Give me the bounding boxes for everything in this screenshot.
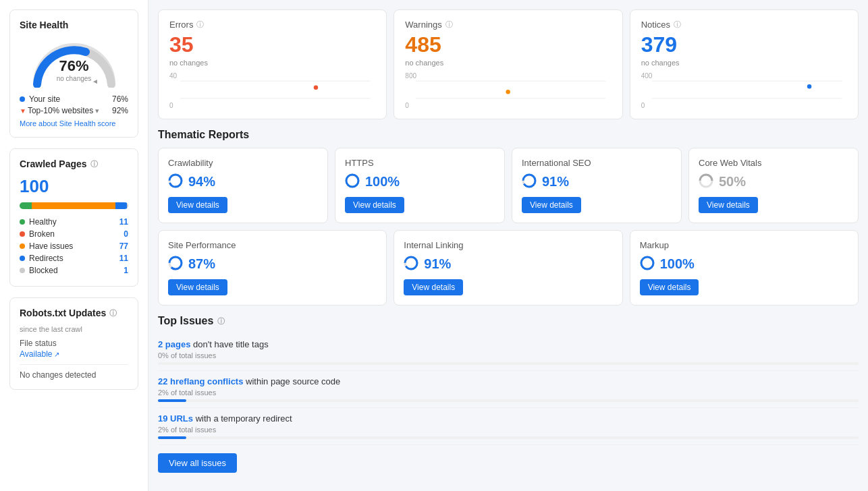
report-pct-value: 100%: [365, 174, 400, 190]
chart-max-label: 400: [641, 72, 653, 80]
bar-healthy: [20, 202, 32, 209]
robots-info-icon[interactable]: ⓘ: [109, 308, 117, 318]
robots-since: since the last crawl: [20, 325, 128, 333]
report-pct-value: 100%: [660, 256, 695, 272]
status-row: Redirects 11: [20, 252, 128, 264]
top-issues-info-icon[interactable]: ⓘ: [217, 316, 225, 326]
issue-row: 22 hreflang conflicts within page source…: [158, 371, 859, 408]
report-pct-row: 50%: [699, 173, 848, 190]
robots-available-link[interactable]: Available ↗: [20, 349, 128, 359]
issue-bar-container: [158, 362, 859, 365]
svg-point-17: [405, 257, 417, 269]
report-pct-row: 87%: [168, 256, 377, 272]
stat-info-icon[interactable]: ⓘ: [674, 20, 681, 30]
more-about-link[interactable]: More about Site Health score: [20, 119, 128, 127]
issue-text: 2 pages don't have title tags: [158, 339, 859, 349]
donut-svg: [168, 256, 183, 270]
stat-value: 379: [641, 32, 847, 57]
gauge-percent: 76%: [57, 57, 92, 75]
svg-point-9: [346, 175, 358, 187]
report-card-site-performance: Site Performance 87% View details: [158, 230, 387, 306]
stat-label: Errors: [169, 20, 193, 30]
chart-min-label: 0: [641, 102, 645, 109]
status-label-text: Redirects: [29, 254, 63, 263]
stat-card-warnings: Warnings ⓘ 485 no changes 800 0: [394, 9, 622, 119]
mini-chart: 400 0: [641, 72, 847, 109]
report-card-core-web-vitals: Core Web Vitals 50% View details: [688, 148, 859, 223]
stat-header: Notices ⓘ: [641, 20, 847, 30]
view-all-issues-button[interactable]: View all issues: [158, 453, 237, 473]
robots-file-status-label: File status: [20, 339, 128, 348]
issue-pct: 2% of total issues: [158, 426, 859, 434]
issue-link[interactable]: 2 pages: [158, 339, 190, 349]
thematic-reports-section: Thematic Reports Crawlability 94% View d…: [158, 129, 859, 306]
status-dot: [20, 243, 25, 249]
report-card-internal-linking: Internal Linking 91% View details: [394, 230, 622, 306]
mini-chart: 40 0: [169, 72, 375, 109]
donut-svg: [168, 173, 183, 188]
issue-pct: 2% of total issues: [158, 388, 859, 397]
site-health-title: Site Health: [20, 20, 128, 30]
chevron-down-icon[interactable]: ▾: [95, 107, 99, 115]
status-count: 1: [124, 266, 128, 275]
report-pct-row: 100%: [640, 256, 848, 272]
donut-svg: [640, 256, 655, 270]
report-name: Core Web Vitals: [699, 158, 848, 168]
stat-card-errors: Errors ⓘ 35 no changes 40 0: [158, 9, 387, 119]
report-donut-icon: [640, 256, 655, 272]
report-name: Markup: [640, 240, 848, 250]
stat-label: Warnings: [405, 20, 441, 30]
main-content: Errors ⓘ 35 no changes 40 0 Warnings ⓘ 4…: [148, 0, 868, 491]
stat-header: Errors ⓘ: [169, 20, 375, 30]
status-count: 11: [119, 254, 128, 263]
issue-desc: don't have title tags: [193, 339, 269, 349]
issue-link[interactable]: 19 URLs: [158, 413, 193, 424]
status-row: Have issues 77: [20, 240, 128, 252]
issue-link[interactable]: 22 hreflang conflicts: [158, 376, 243, 386]
pages-bar: [20, 202, 128, 209]
issue-row: 2 pages don't have title tags 0% of tota…: [158, 334, 859, 371]
issue-row: 19 URLs with a temporary redirect 2% of …: [158, 408, 859, 445]
stat-info-icon[interactable]: ⓘ: [445, 20, 453, 30]
stat-change: no changes: [169, 59, 375, 67]
view-details-button[interactable]: View details: [168, 279, 227, 295]
chart-dot: [807, 84, 811, 88]
view-details-button[interactable]: View details: [345, 197, 404, 213]
gauge-arrow: ◄: [92, 78, 99, 85]
view-details-button[interactable]: View details: [699, 197, 758, 213]
mini-chart: 800 0: [405, 72, 611, 109]
view-details-button[interactable]: View details: [640, 279, 699, 295]
stat-change: no changes: [405, 59, 611, 67]
top10-row: ▼ Top-10% websites ▾ 92%: [20, 106, 128, 115]
report-pct-row: 91%: [404, 256, 612, 272]
crawled-pages-info-icon[interactable]: ⓘ: [90, 159, 98, 169]
issue-bar-container: [158, 436, 859, 439]
issue-pct: 0% of total issues: [158, 351, 859, 359]
view-details-button[interactable]: View details: [404, 279, 463, 295]
status-dot: [20, 219, 25, 225]
donut-svg: [404, 256, 418, 270]
status-row: Healthy 11: [20, 216, 128, 228]
report-pct-value: 50%: [719, 174, 746, 190]
issue-bar-container: [158, 399, 859, 402]
chart-min-label: 0: [405, 102, 409, 109]
gauge-container: 76% no changes ◄: [20, 37, 128, 88]
issue-bar-fill: [158, 436, 186, 439]
status-rows: Healthy 11 Broken 0 Have issues 77 Redir…: [20, 216, 128, 277]
status-count: 0: [124, 229, 128, 239]
view-details-button[interactable]: View details: [168, 197, 227, 213]
view-details-button[interactable]: View details: [522, 197, 581, 213]
chart-max-label: 40: [169, 72, 177, 80]
gauge-center: 76% no changes: [57, 57, 92, 82]
report-donut-icon: [168, 173, 183, 190]
report-donut-icon: [168, 256, 183, 272]
status-label-text: Have issues: [29, 241, 73, 251]
svg-point-19: [641, 257, 653, 269]
report-name: Internal Linking: [404, 240, 612, 250]
chart-svg: [405, 74, 611, 106]
reports-grid-row2: Site Performance 87% View details Intern…: [158, 230, 859, 306]
report-donut-icon: [522, 173, 537, 190]
svg-point-7: [169, 175, 182, 187]
stat-info-icon[interactable]: ⓘ: [196, 20, 204, 30]
chart-svg: [641, 74, 847, 106]
